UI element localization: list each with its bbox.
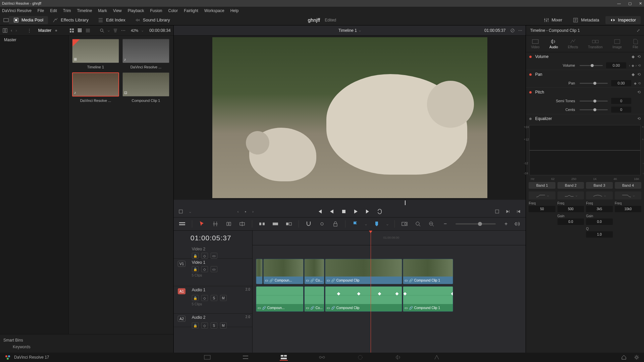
link-icon[interactable] — [318, 220, 326, 228]
reset-icon[interactable]: ⟲ — [637, 54, 641, 59]
soundlib-button[interactable]: Sound Library — [130, 16, 175, 24]
bin-master[interactable]: Master — [4, 38, 64, 42]
effects-button[interactable]: Effects Library — [48, 16, 93, 24]
cents-value[interactable]: 0 — [611, 107, 631, 113]
expand-icon[interactable]: ⤢ — [637, 28, 640, 33]
zoom-full-icon[interactable] — [414, 220, 422, 228]
color-page-icon[interactable] — [356, 354, 364, 361]
lock-track-icon[interactable]: 🔒 — [192, 322, 199, 328]
b3-freq[interactable]: 3k5 — [586, 206, 612, 212]
arrow-tool-icon[interactable] — [198, 220, 206, 228]
volume-value[interactable]: 0.00 — [606, 62, 626, 68]
close-icon[interactable]: ✕ — [639, 1, 642, 6]
v1-name[interactable]: Video 1 — [192, 260, 250, 265]
b3-gain[interactable]: 0.0 — [586, 219, 612, 225]
a1-tag[interactable]: A1 — [178, 288, 185, 294]
menu-timeline[interactable]: Timeline — [77, 8, 92, 13]
solo-icon[interactable]: S — [211, 322, 217, 328]
playhead[interactable] — [371, 231, 371, 353]
lock-track-icon[interactable]: 🔒 — [192, 266, 199, 272]
editindex-button[interactable]: Edit Index — [93, 16, 130, 24]
layout-icon[interactable] — [3, 17, 9, 23]
tab-file[interactable]: File — [632, 39, 639, 49]
a1-lane[interactable]: ▭🔗Compoun... ▭🔗Co... ▭🔗Compound Clip ▭🔗C… — [253, 286, 526, 314]
reset-icon[interactable]: ⟲ — [637, 72, 641, 77]
b3-q[interactable]: 1.0 — [586, 231, 612, 238]
v1-lane[interactable]: ▭🔗Compoun... ▭🔗Co... ▭🔗Compound Clip ▭🔗C… — [253, 259, 526, 286]
more-icon[interactable]: ⋯ — [518, 28, 522, 33]
pitch-header[interactable]: Pitch — [535, 90, 544, 95]
binview-icon[interactable] — [3, 28, 7, 33]
reset-icon[interactable]: ⟲ — [637, 90, 641, 95]
a2-tag[interactable]: A2 — [178, 316, 185, 322]
blade-tool-icon[interactable] — [238, 220, 246, 228]
cut-page-icon[interactable] — [241, 354, 250, 361]
home-icon[interactable] — [621, 355, 627, 360]
menu-mark[interactable]: Mark — [98, 8, 107, 13]
grid-view-icon[interactable] — [69, 28, 74, 33]
tab-effects[interactable]: Effects — [568, 39, 578, 49]
menu-workspace[interactable]: Workspace — [204, 8, 224, 13]
clip-thumb[interactable]: ♪ DaVinci Resolve ... — [122, 39, 169, 69]
bin-crumb[interactable]: Master — [38, 28, 52, 33]
auto-select-icon[interactable]: ◇ — [201, 266, 208, 272]
zoom-custom-icon[interactable] — [428, 220, 435, 228]
inspector-button[interactable]: Inspector — [605, 16, 641, 24]
insert-icon[interactable] — [258, 220, 266, 228]
tab-video[interactable]: Video — [531, 39, 539, 49]
solo-icon[interactable]: S — [211, 295, 217, 301]
smartbins-label[interactable]: Smart Bins — [3, 338, 170, 343]
band2-shape[interactable]: ⌵ — [557, 191, 584, 199]
disable-track-icon[interactable]: ▭ — [211, 266, 217, 272]
band3-shape[interactable]: ⌵ — [586, 191, 612, 199]
reset-icon[interactable]: ⟲ — [637, 116, 641, 121]
b4-freq[interactable]: 10k0 — [615, 206, 641, 212]
zoom-value[interactable]: 42% — [131, 28, 138, 33]
auto-select-icon[interactable]: ◇ — [201, 253, 208, 259]
b2-gain[interactable]: 0.0 — [557, 219, 584, 225]
band3-button[interactable]: Band 3 — [586, 182, 612, 189]
a1-name[interactable]: Audio 1 — [192, 288, 206, 292]
chevron-down-icon[interactable]: ⌵ — [108, 28, 110, 32]
fairlight-page-icon[interactable] — [394, 354, 402, 361]
prev-clip-icon[interactable] — [317, 208, 323, 215]
zoom-slider[interactable] — [455, 223, 496, 225]
mute-icon[interactable]: M — [220, 295, 227, 301]
media-page-icon[interactable] — [203, 354, 211, 361]
replace-icon[interactable] — [285, 220, 292, 228]
mediapool-button[interactable]: Media Pool — [9, 16, 48, 24]
overwrite-icon[interactable] — [272, 220, 279, 228]
menu-file[interactable]: File — [38, 8, 44, 13]
tab-image[interactable]: Image — [612, 39, 622, 49]
semitones-value[interactable]: 0 — [611, 98, 631, 104]
snapping-icon[interactable] — [305, 220, 312, 228]
strip-view-icon[interactable] — [77, 28, 82, 33]
semitones-slider[interactable] — [580, 101, 608, 102]
zoom-in-icon[interactable]: + — [504, 221, 507, 227]
trim-tool-icon[interactable] — [212, 220, 219, 228]
match-frame-icon[interactable] — [495, 209, 499, 214]
menu-fairlight[interactable]: Fairlight — [184, 8, 198, 13]
menu-color[interactable]: Color — [168, 8, 178, 13]
marker-icon[interactable] — [373, 220, 380, 228]
eq-graph[interactable]: +24 +12 -12 -24 +24 +12 -12 -24 — [529, 125, 641, 175]
lock-track-icon[interactable]: 🔒 — [192, 295, 199, 301]
next-clip-icon[interactable] — [365, 208, 371, 215]
pan-header[interactable]: Pan — [535, 72, 542, 77]
deliver-page-icon[interactable] — [433, 354, 441, 361]
jog-bar[interactable] — [178, 200, 522, 206]
list-view-icon[interactable] — [86, 28, 90, 33]
menu-help[interactable]: Help — [230, 8, 239, 13]
timeline-ruler[interactable]: 01:00:08:00 — [253, 231, 526, 245]
bin-tree[interactable]: Master — [0, 36, 69, 334]
loop-icon[interactable] — [377, 208, 383, 215]
timeline-name[interactable]: Timeline 1 — [338, 28, 357, 33]
zoom-out-icon[interactable]: − — [444, 221, 447, 227]
menu-app[interactable]: DaVinci Resolve — [2, 8, 32, 13]
step-fwd-icon[interactable] — [505, 209, 510, 214]
eq-header[interactable]: Equalizer — [535, 116, 552, 121]
tab-audio[interactable]: Audio — [549, 39, 558, 49]
b1-freq[interactable]: 50 — [529, 206, 555, 212]
more-icon[interactable]: ⋯ — [121, 28, 125, 33]
settings-icon[interactable] — [634, 355, 639, 360]
